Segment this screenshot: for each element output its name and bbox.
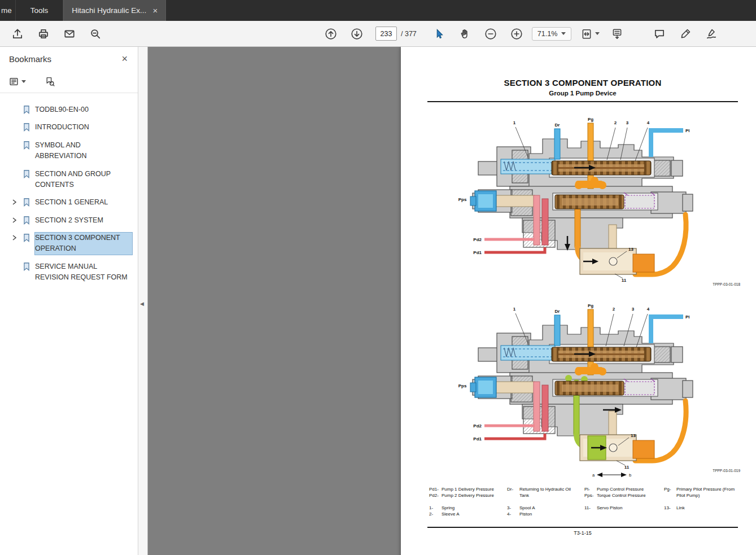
- tab-home[interactable]: me: [0, 0, 15, 21]
- bookmark-item-label: SECTION 2 SYSTEM: [35, 215, 132, 226]
- bookmark-item-label: SECTION 1 GENERAL: [35, 197, 132, 208]
- previous-page-icon[interactable]: [325, 28, 337, 40]
- group-title: Group 1 Pump Device: [427, 90, 738, 97]
- tab-document-label: Hitachi Hydraulic Ex...: [72, 6, 146, 15]
- tab-tools-label: Tools: [30, 6, 49, 15]
- chevron-down-icon: [561, 32, 566, 35]
- bookmark-icon: [23, 123, 30, 132]
- bookmark-item[interactable]: SECTION AND GROUP CONTENTS: [0, 165, 138, 194]
- bookmark-icon: [23, 141, 30, 150]
- svg-text:b: b: [629, 473, 631, 478]
- svg-text:Pd1: Pd1: [473, 250, 482, 255]
- pump-diagram-1: 1 Dr Pg 2 3 4 Pl Pps Pd2 Pd1 13 11 TPPP-…: [426, 113, 742, 294]
- tab-close-icon[interactable]: ×: [153, 6, 158, 15]
- svg-text:a: a: [592, 473, 595, 478]
- bookmark-options-menu[interactable]: [9, 77, 26, 86]
- select-tool-icon[interactable]: [432, 28, 445, 40]
- svg-text:Pps: Pps: [458, 383, 467, 388]
- locate-bookmark-button[interactable]: [45, 77, 55, 86]
- zoom-in-icon[interactable]: [510, 28, 523, 40]
- bookmark-icon: [23, 198, 30, 207]
- svg-text:Pd2: Pd2: [473, 423, 482, 429]
- figure-code: TPPP-03-01-018: [713, 282, 740, 286]
- page-number-footer: T3-1-15: [427, 530, 738, 536]
- fit-width-dropdown[interactable]: [580, 28, 600, 40]
- zoom-level-dropdown[interactable]: 71.1%: [532, 27, 571, 41]
- svg-text:Pps: Pps: [458, 197, 467, 202]
- header-rule: [427, 101, 738, 102]
- bookmark-item[interactable]: SECTION 1 GENERAL: [0, 194, 138, 211]
- zoom-out-icon[interactable]: [484, 28, 497, 40]
- svg-text:1: 1: [513, 307, 516, 312]
- bookmark-item-label: INTRODUCTION: [35, 122, 132, 133]
- svg-text:4: 4: [647, 307, 650, 312]
- tab-tools[interactable]: Tools: [15, 0, 64, 21]
- fit-width-icon: [580, 28, 593, 40]
- svg-text:Pl: Pl: [685, 128, 690, 133]
- chevron-right-icon[interactable]: [10, 234, 19, 242]
- next-page-icon[interactable]: [351, 28, 363, 40]
- svg-text:11: 11: [624, 465, 630, 470]
- svg-text:2: 2: [614, 120, 617, 125]
- search-icon[interactable]: [89, 28, 102, 40]
- bookmark-item[interactable]: TODBL90-EN-00: [0, 101, 138, 119]
- comment-icon[interactable]: [653, 28, 666, 40]
- svg-text:2: 2: [613, 307, 615, 312]
- document-viewport[interactable]: SECTION 3 COMPONENT OPERATION Group 1 Pu…: [148, 47, 756, 555]
- section-title: SECTION 3 COMPONENT OPERATION: [427, 78, 738, 88]
- tab-home-label: me: [1, 6, 12, 15]
- svg-text:11: 11: [622, 278, 627, 283]
- bookmark-item[interactable]: SECTION 2 SYSTEM: [0, 212, 138, 229]
- chevron-down-icon: [595, 32, 600, 35]
- page-number-input[interactable]: [375, 27, 397, 41]
- highlighter-icon[interactable]: [679, 28, 692, 40]
- svg-text:3: 3: [626, 120, 629, 125]
- chevron-right-icon[interactable]: [10, 198, 19, 206]
- bookmark-item-label: SERVICE MANUAL REVISION REQUEST FORM: [35, 261, 132, 283]
- pump-housing: [473, 139, 693, 250]
- svg-text:13: 13: [628, 247, 633, 252]
- hand-tool-icon[interactable]: [458, 28, 471, 40]
- bookmark-item-label: TODBL90-EN-00: [35, 104, 132, 115]
- panel-splitter[interactable]: ◀: [138, 47, 148, 555]
- page-display-icon[interactable]: [611, 28, 623, 40]
- bookmark-icon: [23, 262, 30, 271]
- stroke-direction-indicator: a b: [592, 473, 631, 478]
- svg-text:4: 4: [647, 120, 650, 125]
- window-tab-bar: me Tools Hitachi Hydraulic Ex... ×: [0, 0, 756, 21]
- bookmark-item-label: SECTION 3 COMPONENT OPERATION: [35, 233, 132, 255]
- bookmark-icon: [23, 105, 30, 114]
- svg-text:Dr: Dr: [555, 309, 560, 314]
- bookmark-item[interactable]: SERVICE MANUAL REVISION REQUEST FORM: [0, 258, 138, 287]
- svg-text:Dr: Dr: [555, 123, 560, 128]
- bookmark-item-label: SECTION AND GROUP CONTENTS: [35, 169, 132, 191]
- bookmark-icon: [23, 233, 30, 242]
- collapse-panel-icon[interactable]: ◀: [140, 301, 144, 307]
- figure-code: TPPP-03-01-019: [713, 469, 740, 473]
- bookmark-icon: [23, 216, 30, 225]
- bookmark-item-label: SYMBOL AND ABBREVIATION: [35, 140, 132, 162]
- bookmarks-panel: Bookmarks × TODBL90-EN-00: [0, 47, 138, 555]
- page-total-label: / 377: [401, 30, 417, 38]
- bookmark-item[interactable]: INTRODUCTION: [0, 119, 138, 136]
- footer-rule: [427, 527, 738, 528]
- bookmark-item[interactable]: SYMBOL AND ABBREVIATION: [0, 137, 138, 165]
- svg-text:Pd1: Pd1: [473, 436, 482, 442]
- svg-text:Pd2: Pd2: [473, 237, 482, 242]
- close-icon[interactable]: ×: [121, 54, 128, 64]
- locate-bookmark-icon: [45, 77, 55, 86]
- svg-text:3: 3: [632, 307, 635, 312]
- tab-document[interactable]: Hitachi Hydraulic Ex... ×: [63, 0, 166, 21]
- fill-sign-icon[interactable]: [705, 28, 718, 40]
- email-icon[interactable]: [63, 28, 76, 40]
- pdf-page: SECTION 3 COMPONENT OPERATION Group 1 Pu…: [401, 47, 756, 555]
- svg-text:Pg: Pg: [588, 117, 593, 122]
- bookmark-icon: [23, 169, 30, 178]
- svg-text:1: 1: [513, 120, 516, 125]
- print-icon[interactable]: [37, 28, 50, 40]
- svg-text:13: 13: [631, 433, 636, 438]
- options-list-icon: [9, 77, 19, 86]
- chevron-right-icon[interactable]: [10, 216, 19, 224]
- share-icon[interactable]: [11, 28, 24, 40]
- bookmark-item-selected[interactable]: SECTION 3 COMPONENT OPERATION: [0, 229, 138, 258]
